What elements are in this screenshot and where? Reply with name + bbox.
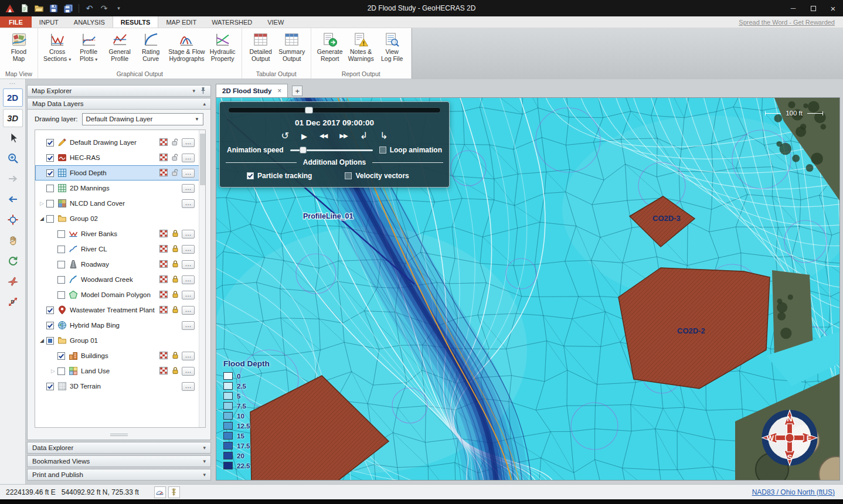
layer-row-model-domain-polygon[interactable]: Model Domain Polygon… [35, 287, 205, 302]
layer-style-icon[interactable] [159, 169, 168, 178]
lock-icon[interactable] [172, 352, 179, 360]
layer-options-button[interactable]: … [182, 154, 195, 162]
ribbon-button-cross-sections[interactable]: CrossSections ▾ [42, 30, 73, 63]
rewind-button[interactable]: ◀◀ [319, 133, 327, 139]
layer-visibility-checkbox[interactable] [46, 154, 54, 162]
drawing-layer-select[interactable]: Default Drawing Layer ▼ [82, 113, 204, 125]
layer-style-icon[interactable] [159, 154, 168, 162]
tool-select-pointer[interactable] [3, 130, 23, 148]
layer-visibility-checkbox[interactable] [46, 337, 54, 345]
undo-button[interactable]: ↶ [83, 2, 96, 15]
layer-options-button[interactable]: … [182, 306, 195, 315]
layer-visibility-checkbox[interactable] [46, 307, 54, 314]
restart-button[interactable]: ↺ [281, 131, 289, 141]
layer-options-button[interactable]: … [182, 199, 195, 208]
maximize-button[interactable] [803, 0, 823, 16]
promo-link[interactable]: Spread the Word - Get Rewarded [739, 16, 843, 28]
layer-visibility-checkbox[interactable] [46, 169, 54, 177]
layer-visibility-checkbox[interactable] [57, 261, 65, 268]
layer-options-button[interactable]: … [182, 260, 195, 269]
tool-rotate-view[interactable] [3, 253, 23, 271]
tool-zoom-extents[interactable] [3, 212, 23, 230]
panel-resize-grip[interactable] [28, 434, 210, 438]
ribbon-button-stage-flow-hydrographs[interactable]: Stage & FlowHydrographs [166, 30, 206, 63]
tree-scrollbar[interactable] [199, 130, 205, 427]
layer-options-button[interactable]: … [182, 291, 195, 299]
layer-style-icon[interactable] [159, 138, 168, 147]
compass-rose[interactable]: N E S W [760, 408, 819, 467]
section-data-explorer[interactable]: Data Explorer ▾ [27, 442, 211, 454]
layer-options-button[interactable]: … [182, 367, 195, 376]
layer-options-button[interactable]: … [182, 382, 195, 391]
layer-options-button[interactable]: … [182, 169, 195, 178]
lock-icon[interactable] [172, 230, 179, 239]
ribbon-button-rating-curve[interactable]: RatingCurve [135, 30, 166, 63]
ribbon-button-general-profile[interactable]: GeneralProfile [104, 30, 135, 63]
layer-style-icon[interactable] [159, 291, 168, 299]
layer-options-button[interactable]: … [182, 184, 195, 193]
ribbon-button-generate-report[interactable]: GenerateReport [315, 30, 345, 63]
layer-style-icon[interactable] [159, 367, 168, 376]
lock-icon[interactable] [172, 291, 179, 299]
animation-speed-slider[interactable] [290, 149, 373, 151]
layer-row-roadway[interactable]: Roadway… [35, 257, 205, 272]
layer-visibility-checkbox[interactable] [46, 139, 54, 147]
layer-style-icon[interactable] [159, 230, 168, 239]
collapse-icon[interactable]: ◢ [38, 216, 46, 222]
panel-menu-icon[interactable]: ▾ [192, 88, 195, 94]
ribbon-tab-results[interactable]: RESULTS [113, 16, 159, 28]
tool-zoom-in[interactable] [3, 150, 23, 168]
layer-row-river-banks[interactable]: River Banks… [35, 226, 205, 241]
layer-options-button[interactable]: … [182, 245, 195, 254]
layer-options-button[interactable]: … [182, 352, 195, 360]
layer-row-default-drawing-layer[interactable]: Default Drawing Layer… [35, 135, 205, 150]
layer-visibility-checkbox[interactable] [57, 276, 65, 284]
velocity-vectors-checkbox[interactable] [345, 172, 352, 179]
layer-row-wastewater-treatment-plant[interactable]: Wastewater Treatment Plant… [35, 302, 205, 318]
ribbon-tab-map-edit[interactable]: MAP EDIT [158, 16, 204, 28]
step-forward-button[interactable]: ↳ [380, 131, 387, 141]
close-button[interactable]: × [823, 0, 843, 16]
expand-icon[interactable]: ▷ [49, 368, 57, 374]
ribbon-button-hydraulic-property[interactable]: HydraulicProperty [208, 30, 238, 63]
ribbon-button-notes-warnings[interactable]: Notes &Warnings [346, 30, 376, 63]
redo-button[interactable]: ↷ [98, 2, 110, 15]
layer-row-group-01[interactable]: ◢Group 01 [35, 333, 205, 348]
layer-visibility-checkbox[interactable] [46, 383, 54, 390]
map-explorer-header[interactable]: Map Explorer ▾ [27, 85, 211, 97]
tool-flyover[interactable] [3, 273, 23, 291]
lock-open-icon[interactable] [171, 169, 179, 178]
quick-access-dropdown[interactable]: ▾ [113, 2, 125, 15]
minimize-button[interactable]: ─ [783, 0, 803, 16]
layer-visibility-checkbox[interactable] [46, 200, 54, 207]
layer-visibility-checkbox[interactable] [46, 185, 54, 192]
new-tab-button[interactable]: + [292, 86, 302, 96]
tool-view-2d[interactable]: 2D [3, 88, 23, 107]
lock-icon[interactable] [172, 260, 179, 269]
particle-tracking-checkbox[interactable] [247, 172, 254, 179]
layer-options-button[interactable]: … [182, 230, 195, 239]
layer-row-3d-terrain[interactable]: 3D Terrain… [35, 379, 205, 394]
layer-row-hybrid-map-bing[interactable]: Hybrid Map Bing… [35, 318, 205, 333]
projection-link[interactable]: NAD83 / Ohio North (ftUS) [752, 488, 837, 496]
tool-previous-view[interactable] [3, 191, 23, 209]
layer-visibility-checkbox[interactable] [46, 322, 54, 329]
layer-visibility-checkbox[interactable] [57, 291, 65, 299]
document-tab[interactable]: 2D Flood Study × [216, 84, 288, 97]
layer-options-button[interactable]: … [182, 321, 195, 330]
section-bookmarked-views[interactable]: Bookmarked Views ▾ [27, 455, 211, 467]
layer-visibility-checkbox[interactable] [57, 352, 65, 360]
layer-style-icon[interactable] [159, 306, 168, 315]
layer-style-icon[interactable] [159, 245, 168, 254]
layer-visibility-checkbox[interactable] [57, 246, 65, 253]
ribbon-button-profile-plots[interactable]: ProfilePlots ▾ [73, 30, 104, 63]
loop-animation-checkbox[interactable] [379, 147, 386, 154]
layer-row-buildings[interactable]: Buildings… [35, 348, 205, 363]
ribbon-tab-input[interactable]: INPUT [32, 16, 66, 28]
timeline-thumb[interactable] [305, 107, 313, 114]
layer-row-woodward-creek[interactable]: Woodward Creek… [35, 272, 205, 287]
layer-style-icon[interactable] [159, 275, 168, 284]
collapse-icon[interactable]: ◢ [38, 338, 46, 343]
expand-icon[interactable]: ▷ [38, 200, 46, 206]
save-button[interactable] [47, 2, 60, 15]
